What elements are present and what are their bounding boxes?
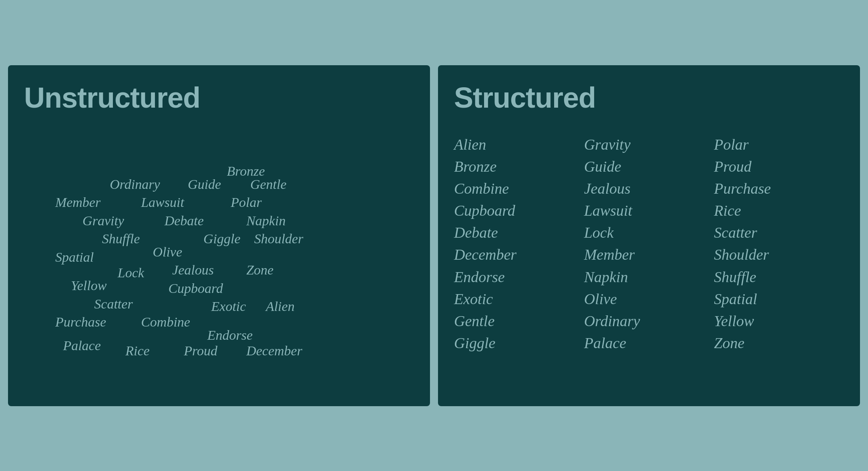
word-item: Lock [584, 222, 714, 243]
word-item: Proud [184, 343, 217, 359]
word-item: Proud [714, 156, 844, 177]
structured-title: Structured [454, 81, 844, 114]
word-item: Rice [714, 200, 844, 221]
word-item: Polar [714, 134, 844, 155]
structured-column-0: AlienBronzeCombineCupboardDebateDecember… [454, 134, 584, 354]
word-item: Exotic [454, 289, 584, 310]
main-container: Unstructured BronzeOrdinaryGuideGentleMe… [8, 65, 860, 406]
word-item: Guide [188, 177, 221, 192]
word-item: Purchase [714, 178, 844, 199]
word-item: Debate [454, 222, 584, 243]
word-item: Gentle [454, 311, 584, 332]
word-item: Olive [584, 289, 714, 310]
word-item: Shoulder [714, 244, 844, 265]
unstructured-title: Unstructured [24, 81, 414, 114]
word-item: Olive [153, 245, 182, 260]
structured-content: AlienBronzeCombineCupboardDebateDecember… [454, 130, 844, 354]
word-item: Napkin [246, 213, 285, 228]
word-item: Palace [584, 333, 714, 354]
word-item: Gentle [250, 177, 287, 192]
word-item: Guide [584, 156, 714, 177]
word-item: Gravity [82, 213, 124, 228]
word-item: Zone [714, 333, 844, 354]
word-item: Ordinary [584, 311, 714, 332]
word-item: Spatial [714, 289, 844, 310]
word-item: Lawsuit [141, 195, 184, 210]
word-item: Alien [266, 299, 295, 314]
word-item: Napkin [584, 267, 714, 288]
word-item: Scatter [94, 297, 133, 312]
word-item: Rice [125, 343, 149, 359]
word-item: Debate [165, 213, 204, 228]
word-item: Spatial [55, 250, 94, 265]
word-item: Combine [454, 178, 584, 199]
word-item: Jealous [172, 263, 214, 278]
word-item: Alien [454, 134, 584, 155]
word-item: Bronze [454, 156, 584, 177]
word-item: Polar [231, 195, 261, 210]
structured-column-2: PolarProudPurchaseRiceScatterShoulderShu… [714, 134, 844, 354]
word-item: Giggle [454, 333, 584, 354]
word-item: Member [584, 244, 714, 265]
word-cloud: BronzeOrdinaryGuideGentleMemberLawsuitPo… [24, 130, 414, 390]
word-item: Gravity [584, 134, 714, 155]
word-item: Yellow [714, 311, 844, 332]
word-item: Combine [141, 315, 190, 330]
word-item: Member [55, 195, 100, 210]
word-item: December [454, 244, 584, 265]
word-item: Cupboard [168, 281, 223, 296]
word-item: Jealous [584, 178, 714, 199]
word-item: Shoulder [254, 231, 303, 247]
word-item: Palace [63, 338, 100, 353]
word-item: Endorse [207, 328, 253, 343]
word-item: Ordinary [110, 177, 160, 192]
word-item: Exotic [211, 299, 246, 314]
word-item: Shuffle [714, 267, 844, 288]
word-item: Purchase [55, 315, 106, 330]
word-item: December [246, 343, 302, 359]
word-item: Lawsuit [584, 200, 714, 221]
word-item: Yellow [71, 278, 106, 293]
word-item: Zone [246, 263, 273, 278]
word-item: Scatter [714, 222, 844, 243]
structured-column-1: GravityGuideJealousLawsuitLockMemberNapk… [584, 134, 714, 354]
word-item: Endorse [454, 267, 584, 288]
structured-panel: Structured AlienBronzeCombineCupboardDeb… [438, 65, 860, 406]
word-item: Shuffle [102, 231, 140, 247]
word-item: Cupboard [454, 200, 584, 221]
word-item: Lock [118, 265, 144, 281]
word-item: Giggle [203, 231, 241, 247]
unstructured-panel: Unstructured BronzeOrdinaryGuideGentleMe… [8, 65, 430, 406]
